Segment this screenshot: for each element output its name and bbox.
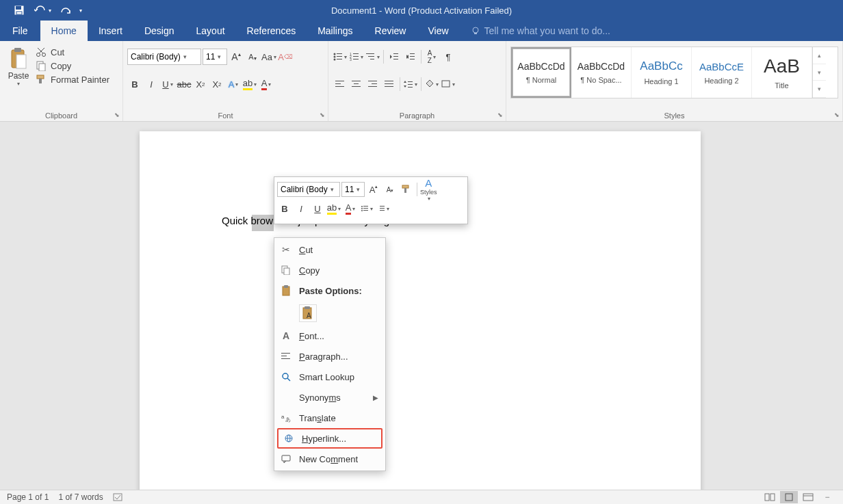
font-name-combo[interactable]: Calibri (Body)▾ <box>127 49 201 65</box>
ctx-font[interactable]: A Font... <box>276 326 384 346</box>
ctx-paste-keep-text[interactable]: A <box>299 304 317 322</box>
copy-button[interactable]: Copy <box>36 60 109 71</box>
word-count[interactable]: 1 of 7 words <box>58 492 103 502</box>
tell-me-search[interactable]: Tell me what you want to do... <box>460 21 610 41</box>
change-case-button[interactable]: Aa <box>261 49 276 65</box>
style-preview: AaB <box>764 55 800 77</box>
styles-scroll-down[interactable]: ▾ <box>813 64 826 81</box>
align-right-button[interactable] <box>365 76 380 92</box>
zoom-out-button[interactable]: − <box>818 491 836 503</box>
svg-rect-12 <box>37 75 44 79</box>
align-left-button[interactable] <box>333 76 348 92</box>
mini-size-combo[interactable]: 11▾ <box>341 182 365 197</box>
text-effects-button[interactable]: A <box>226 76 241 92</box>
tab-review[interactable]: Review <box>364 21 417 41</box>
web-layout-button[interactable] <box>799 491 817 503</box>
tab-layout[interactable]: Layout <box>185 21 236 41</box>
font-dialog-launcher[interactable]: ⬊ <box>320 111 325 118</box>
ctx-hyperlink[interactable]: Hyperlink... <box>277 428 382 449</box>
tab-references[interactable]: References <box>236 21 307 41</box>
style-heading1[interactable]: AaBbCc Heading 1 <box>632 47 692 98</box>
save-button[interactable] <box>10 1 29 20</box>
page-indicator[interactable]: Page 1 of 1 <box>7 492 49 502</box>
mini-numbering[interactable] <box>376 200 391 217</box>
svg-rect-54 <box>363 206 368 207</box>
redo-button[interactable] <box>56 1 75 20</box>
format-painter-button[interactable]: Format Painter <box>36 74 109 85</box>
strikethrough-button[interactable]: abc <box>177 76 192 92</box>
mini-bold[interactable]: B <box>277 200 292 217</box>
decrease-font-button[interactable]: A▾ <box>245 49 260 65</box>
print-layout-button[interactable] <box>780 491 798 503</box>
search-icon <box>280 372 292 382</box>
read-mode-button[interactable] <box>761 491 779 503</box>
paste-button[interactable]: Paste ▾ <box>4 44 33 109</box>
svg-rect-40 <box>352 86 361 87</box>
mini-italic[interactable]: I <box>294 200 309 217</box>
ctx-copy[interactable]: Copy <box>276 260 384 280</box>
mini-bullets[interactable] <box>359 200 374 217</box>
highlight-button[interactable]: ab <box>242 76 257 92</box>
align-center-button[interactable] <box>349 76 364 92</box>
ctx-translate[interactable]: aあ Translate <box>276 408 384 428</box>
svg-rect-46 <box>385 86 393 87</box>
mini-underline[interactable]: U <box>310 200 325 217</box>
style-no-spacing[interactable]: AaBbCcDd ¶ No Spac... <box>571 47 632 98</box>
superscript-button[interactable]: X2 <box>209 76 224 92</box>
multilevel-list-button[interactable] <box>365 49 380 65</box>
subscript-button[interactable]: X2 <box>193 76 208 92</box>
tab-file[interactable]: File <box>0 21 40 41</box>
copy-icon <box>280 265 292 275</box>
clipboard-dialog-launcher[interactable]: ⬊ <box>114 111 120 118</box>
ctx-cut[interactable]: ✂ Cut <box>276 239 384 260</box>
mini-decrease-font[interactable]: A▾ <box>382 181 398 198</box>
mini-styles-button[interactable]: A Styles <box>420 181 437 198</box>
tab-design[interactable]: Design <box>133 21 185 41</box>
spelling-icon[interactable] <box>113 492 124 502</box>
decrease-indent-button[interactable] <box>387 49 402 65</box>
increase-font-button[interactable]: A▴ <box>229 49 244 65</box>
italic-button[interactable]: I <box>144 76 159 92</box>
clear-format-button[interactable]: A⌫ <box>278 49 293 65</box>
mini-font-color[interactable]: A <box>343 200 358 217</box>
svg-rect-21 <box>353 53 359 54</box>
ctx-paragraph[interactable]: Paragraph... <box>276 346 384 367</box>
numbering-button[interactable]: 123 <box>349 49 364 65</box>
svg-rect-80 <box>114 494 122 501</box>
underline-button[interactable]: U <box>160 76 175 92</box>
mini-font-combo[interactable]: Calibri (Body▾ <box>277 182 340 197</box>
justify-button[interactable] <box>382 76 397 92</box>
tab-view[interactable]: View <box>417 21 459 41</box>
svg-rect-7 <box>16 55 26 68</box>
style-title[interactable]: AaB Title <box>752 47 812 98</box>
tab-insert[interactable]: Insert <box>88 21 133 41</box>
tab-home[interactable]: Home <box>40 21 88 41</box>
mini-format-painter[interactable] <box>399 181 414 198</box>
paragraph-dialog-launcher[interactable]: ⬊ <box>497 111 503 118</box>
styles-dialog-launcher[interactable]: ⬊ <box>834 111 840 118</box>
ctx-synonyms[interactable]: Synonyms ▶ <box>276 387 384 408</box>
shading-button[interactable] <box>424 76 439 92</box>
style-normal[interactable]: AaBbCcDd ¶ Normal <box>511 47 571 98</box>
show-marks-button[interactable]: ¶ <box>441 49 456 65</box>
cut-label: Cut <box>51 47 64 57</box>
ctx-smart-lookup[interactable]: Smart Lookup <box>276 367 384 387</box>
undo-button[interactable]: ▾ <box>33 1 52 20</box>
mini-highlight[interactable]: ab <box>326 200 341 217</box>
mini-increase-font[interactable]: A▴ <box>366 181 381 198</box>
styles-scroll-up[interactable]: ▴ <box>813 47 826 64</box>
styles-expand[interactable]: ▾ <box>813 81 826 98</box>
bold-button[interactable]: B <box>127 76 142 92</box>
increase-indent-button[interactable] <box>403 49 418 65</box>
svg-rect-45 <box>385 83 393 84</box>
bullets-button[interactable] <box>333 49 348 65</box>
cut-button[interactable]: Cut <box>36 47 109 57</box>
font-color-button[interactable]: A <box>259 76 274 92</box>
ctx-new-comment[interactable]: New Comment <box>276 449 384 469</box>
line-spacing-button[interactable] <box>403 76 418 92</box>
borders-button[interactable] <box>441 76 456 92</box>
font-size-combo[interactable]: 11▾ <box>203 49 227 65</box>
sort-button[interactable]: AZ <box>424 49 439 65</box>
tab-mailings[interactable]: Mailings <box>307 21 363 41</box>
style-heading2[interactable]: AaBbCcE Heading 2 <box>692 47 752 98</box>
